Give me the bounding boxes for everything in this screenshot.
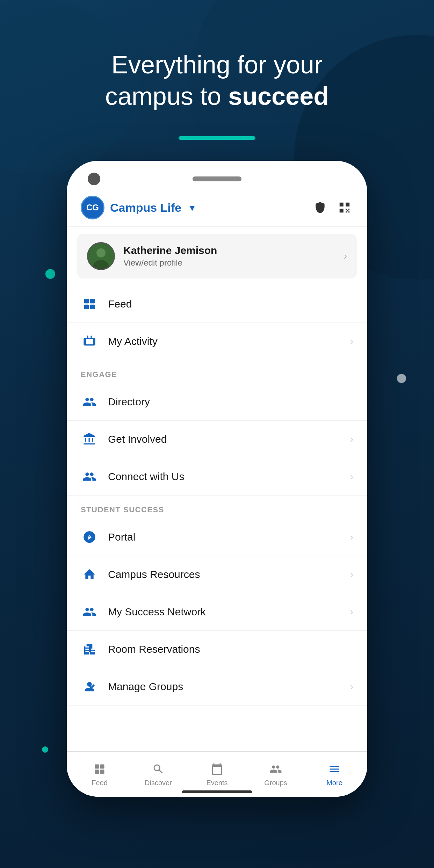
- phone-camera: [88, 173, 100, 185]
- profile-chevron-icon: ›: [344, 251, 347, 262]
- nav-discover[interactable]: Discover: [129, 761, 188, 787]
- menu-item-room-reservations[interactable]: Room Reservations: [67, 631, 367, 668]
- campus-resources-label: Campus Resources: [108, 569, 340, 580]
- profile-row[interactable]: Katherine Jemison View/edit profile ›: [77, 234, 357, 279]
- get-involved-icon: [81, 431, 98, 448]
- svg-rect-4: [348, 209, 349, 210]
- section-engage: ENGAGE: [67, 360, 367, 383]
- campus-resources-icon: [81, 566, 98, 583]
- nav-events[interactable]: Events: [188, 761, 246, 787]
- scrollable-content[interactable]: CG Campus Life ▾: [67, 189, 367, 751]
- menu-item-directory[interactable]: Directory: [67, 383, 367, 421]
- menu-item-manage-groups[interactable]: Manage Groups ›: [67, 668, 367, 706]
- shield-icon[interactable]: [311, 199, 329, 216]
- portal-chevron-icon: ›: [350, 531, 353, 543]
- app-top-bar: CG Campus Life ▾: [67, 189, 367, 227]
- get-involved-label: Get Involved: [108, 433, 340, 445]
- brand-name: Campus Life: [110, 201, 181, 215]
- phone-speaker: [193, 176, 241, 181]
- brand-logo: CG: [81, 196, 104, 219]
- svg-rect-19: [100, 765, 104, 769]
- top-bar-icons: [311, 199, 353, 216]
- nav-groups[interactable]: Groups: [246, 761, 305, 787]
- menu-item-campus-resources[interactable]: Campus Resources ›: [67, 556, 367, 593]
- svg-rect-6: [348, 211, 349, 212]
- manage-groups-icon: [81, 678, 98, 695]
- bottom-nav: Feed Discover Events Groups: [67, 751, 367, 797]
- svg-rect-0: [340, 203, 343, 207]
- svg-rect-18: [95, 765, 99, 769]
- my-activity-label: My Activity: [108, 335, 340, 347]
- svg-rect-11: [84, 299, 89, 303]
- feed-nav-label: Feed: [92, 779, 108, 787]
- qr-icon[interactable]: [336, 199, 353, 216]
- svg-rect-5: [346, 211, 347, 212]
- svg-rect-20: [95, 770, 99, 774]
- nav-feed[interactable]: Feed: [70, 761, 129, 787]
- menu-item-portal[interactable]: Portal ›: [67, 519, 367, 556]
- portal-icon: [81, 528, 98, 546]
- activity-icon: [81, 333, 98, 350]
- more-nav-icon: [327, 761, 342, 777]
- menu-item-connect[interactable]: Connect with Us ›: [67, 458, 367, 496]
- nav-more[interactable]: More: [305, 761, 364, 787]
- manage-groups-label: Manage Groups: [108, 681, 340, 693]
- menu-item-success-network[interactable]: My Success Network ›: [67, 593, 367, 631]
- headline-line1: Everything for your: [0, 49, 434, 80]
- dot-teal-1: [45, 269, 55, 279]
- menu-item-feed[interactable]: Feed: [67, 285, 367, 323]
- connect-label: Connect with Us: [108, 471, 340, 483]
- activity-chevron-icon: ›: [350, 336, 353, 347]
- dot-white-1: [397, 374, 406, 383]
- profile-info: Katherine Jemison View/edit profile: [123, 245, 335, 268]
- svg-rect-13: [84, 305, 89, 309]
- headline: Everything for your campus to succeed: [0, 49, 434, 112]
- brand-area[interactable]: CG Campus Life ▾: [81, 196, 195, 219]
- campus-resources-chevron-icon: ›: [350, 569, 353, 580]
- success-network-chevron-icon: ›: [350, 606, 353, 617]
- svg-rect-21: [100, 770, 104, 774]
- feed-label: Feed: [108, 298, 353, 310]
- profile-name: Katherine Jemison: [123, 245, 335, 256]
- svg-rect-2: [340, 209, 343, 212]
- room-reservations-label: Room Reservations: [108, 643, 353, 655]
- manage-groups-chevron-icon: ›: [350, 681, 353, 692]
- section-student: STUDENT SUCCESS: [67, 496, 367, 519]
- svg-rect-15: [87, 335, 88, 338]
- connect-chevron-icon: ›: [350, 471, 353, 482]
- app-content: CG Campus Life ▾: [67, 189, 367, 797]
- room-reservations-icon: [81, 641, 98, 658]
- avatar: [87, 242, 115, 270]
- svg-rect-3: [346, 209, 347, 210]
- connect-icon: [81, 468, 98, 485]
- success-network-label: My Success Network: [108, 606, 340, 618]
- svg-rect-12: [90, 299, 95, 303]
- success-network-icon: [81, 603, 98, 621]
- svg-rect-7: [347, 210, 348, 211]
- svg-rect-1: [346, 203, 349, 207]
- feed-nav-icon: [92, 761, 107, 777]
- profile-sub: View/edit profile: [123, 258, 335, 268]
- svg-rect-16: [91, 335, 92, 338]
- events-nav-label: Events: [206, 779, 227, 787]
- svg-point-9: [96, 248, 106, 258]
- home-indicator: [182, 790, 252, 793]
- directory-icon: [81, 393, 98, 411]
- events-nav-icon: [209, 761, 225, 777]
- feed-icon: [81, 295, 98, 313]
- headline-line2: campus to succeed: [0, 80, 434, 112]
- menu-item-get-involved[interactable]: Get Involved ›: [67, 421, 367, 458]
- get-involved-chevron-icon: ›: [350, 434, 353, 445]
- headline-underline: [179, 136, 255, 140]
- discover-nav-label: Discover: [145, 779, 172, 787]
- more-nav-label: More: [326, 779, 342, 787]
- groups-nav-icon: [268, 761, 283, 777]
- directory-label: Directory: [108, 396, 353, 408]
- menu-item-my-activity[interactable]: My Activity ›: [67, 323, 367, 360]
- svg-rect-14: [90, 305, 95, 309]
- phone-mockup: CG Campus Life ▾: [67, 161, 367, 797]
- dot-teal-2: [42, 746, 48, 753]
- portal-label: Portal: [108, 531, 340, 543]
- groups-nav-label: Groups: [264, 779, 287, 787]
- chevron-down-icon[interactable]: ▾: [190, 202, 195, 214]
